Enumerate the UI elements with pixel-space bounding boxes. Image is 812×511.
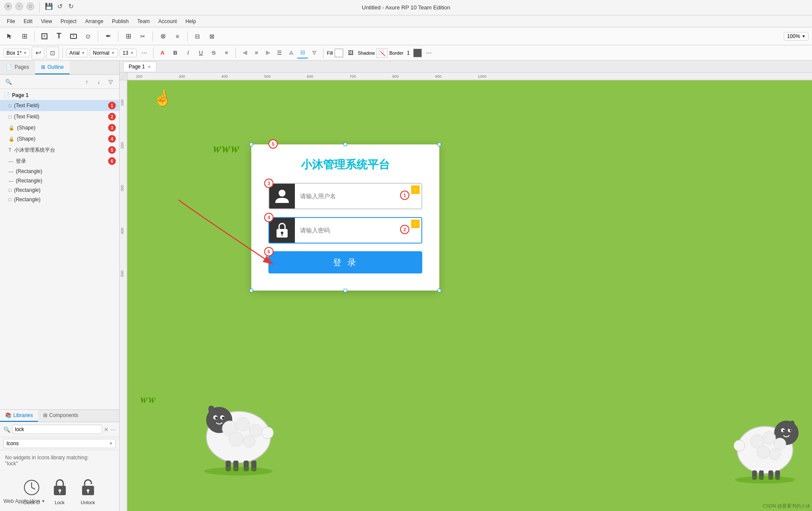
minimize-btn[interactable]: − (15, 3, 23, 10)
login-title: 小沐管理系统平台 (268, 157, 422, 172)
lib-more-btn[interactable]: ⋯ (110, 426, 116, 433)
bold-btn[interactable]: B (170, 47, 181, 59)
border-color-swatch[interactable] (413, 49, 422, 57)
web-app-label[interactable]: Web Application ▼ (3, 498, 45, 504)
menu-arrange[interactable]: Arrange (82, 17, 107, 26)
align-group: ⫷ ≡ ⫸ ☰ ⩓ ⊟ ⩔ (239, 47, 320, 59)
lib-search-input[interactable]: lock (12, 425, 102, 434)
align-middle-btn[interactable]: ⊟ (297, 47, 308, 59)
sort-down-btn[interactable]: ↓ (94, 76, 104, 87)
save-icon[interactable]: 💾 (45, 3, 53, 10)
menu-edit[interactable]: Edit (20, 17, 36, 26)
pen-tool[interactable]: ✒ (102, 30, 115, 43)
lib-widget-lock[interactable]: Lock (47, 475, 72, 507)
tree-item-5[interactable]: T 小沐管理系统平台 5 (0, 144, 119, 156)
tree-item-1[interactable]: □ (Text Field) 1 (0, 100, 119, 111)
border-more-btn[interactable]: ⋯ (424, 47, 435, 59)
app-title: Untitled - Axure RP 10 Team Edition (362, 4, 450, 11)
close-btn[interactable]: ✕ (4, 3, 12, 10)
align-right-btn[interactable]: ⫸ (262, 47, 274, 59)
distribute-tool[interactable]: ⊠ (206, 30, 218, 43)
lib-search-clear-btn[interactable]: ✕ (104, 426, 109, 433)
history-back-btn[interactable]: ↩ (32, 47, 44, 59)
sort-up-btn[interactable]: ↑ (82, 76, 92, 87)
align-center-btn[interactable]: ≡ (251, 47, 262, 59)
panel-toolbar: 🔍 ↑ ↓ ▽ (0, 75, 119, 89)
connect-tool[interactable]: ⊗ (156, 30, 169, 43)
svg-point-56 (734, 440, 745, 451)
canvas-tab-page1[interactable]: Page 1 ✕ (123, 62, 156, 71)
underline-btn[interactable]: U (195, 47, 206, 59)
unlock-label: Unlock (81, 500, 95, 505)
text-tool[interactable]: T (53, 30, 65, 43)
layer-tool[interactable]: ⊙ (82, 30, 94, 43)
sep4 (153, 31, 153, 41)
category-dropdown[interactable]: Icons ▼ (3, 439, 116, 448)
menu-file[interactable]: File (3, 17, 18, 26)
form-tool[interactable]: ▼ (67, 30, 80, 43)
move-tool[interactable]: ⊞ (18, 30, 31, 43)
list-btn[interactable]: ≡ (221, 47, 232, 59)
item-badge-4: 4 (108, 135, 116, 143)
font-select[interactable]: Arial ▼ (66, 49, 88, 57)
more-options-btn[interactable]: ⋯ (138, 47, 150, 59)
tree-item-10[interactable]: □ (Rectangle) (0, 195, 119, 204)
crop-tool[interactable]: ⊞ (122, 30, 135, 43)
tree-item-2[interactable]: □ (Text Field) 2 (0, 111, 119, 122)
fill-color-swatch[interactable] (335, 49, 343, 57)
menu-team[interactable]: Team (134, 17, 153, 26)
align-tool[interactable]: ⊟ (191, 30, 204, 43)
filter-btn[interactable]: ▽ (106, 76, 116, 87)
tab-pages[interactable]: 📄 Pages (0, 61, 35, 74)
menu-publish[interactable]: Publish (109, 17, 132, 26)
interaction-btn[interactable]: ⊡ (46, 47, 59, 59)
shadow-btn[interactable] (377, 48, 388, 58)
italic-btn[interactable]: I (182, 47, 194, 59)
redo-icon[interactable]: ↻ (67, 3, 75, 10)
align-left-btn[interactable]: ⫷ (239, 47, 250, 59)
align-justify-btn[interactable]: ☰ (274, 47, 285, 59)
menu-help[interactable]: Help (182, 17, 200, 26)
tree-item-7[interactable]: — (Rectangle) (0, 167, 119, 176)
lib-tab-libraries[interactable]: 📚 Libraries (0, 410, 38, 422)
login-button[interactable]: 登 录 (268, 251, 422, 273)
select-tool[interactable] (3, 30, 16, 43)
size-select[interactable]: 13 ▼ (120, 49, 137, 57)
zoom-control[interactable]: 100% ▼ (784, 32, 809, 41)
tab-outline[interactable]: ⊞ Outline (35, 61, 70, 74)
search-btn[interactable]: 🔍 (3, 76, 14, 87)
tree-item-3[interactable]: 🔒 (Shape) 3 (0, 122, 119, 133)
menu-project[interactable]: Project (57, 17, 80, 26)
style-select[interactable]: Normal ▼ (90, 49, 118, 57)
sep (39, 3, 40, 13)
badge-2-circle: 2 (400, 225, 409, 234)
align-bottom-btn[interactable]: ⩔ (309, 47, 320, 59)
canvas[interactable]: ☝ 𝒘𝒘𝒘 𝒘𝒘 (127, 80, 812, 511)
lib-widget-unlock[interactable]: Unlock (76, 475, 100, 507)
outline-tree: 📄 Page 1 □ (Text Field) 1 □ (Text Field)… (0, 89, 119, 409)
menu-account[interactable]: Account (155, 17, 180, 26)
tree-item-4[interactable]: 🔒 (Shape) 4 (0, 133, 119, 144)
tree-item-6[interactable]: — 登录 6 (0, 156, 119, 167)
item-minus-icon: — (9, 159, 13, 164)
flow-tool[interactable]: ≡ (171, 30, 184, 43)
item-badge-1: 1 (108, 102, 116, 109)
align-top-btn[interactable]: ⩓ (285, 47, 297, 59)
item-label-5: 小沐管理系统平台 (14, 147, 55, 154)
fill-label: Fill (327, 50, 333, 56)
tree-item-9[interactable]: □ (Rectangle) (0, 185, 119, 195)
component-selector[interactable]: Box 1* ▼ (3, 49, 30, 57)
fill-image-btn[interactable]: 🖼 (345, 47, 356, 59)
font-color-btn[interactable]: A (157, 47, 168, 59)
tree-item-8[interactable]: — (Rectangle) (0, 176, 119, 185)
maximize-btn[interactable]: □ (26, 3, 34, 10)
slice-tool[interactable]: ✂ (136, 30, 149, 43)
lib-tab-components[interactable]: ⊞ Components (38, 410, 83, 422)
strikethrough-btn[interactable]: S (208, 47, 219, 59)
tab-close-btn[interactable]: ✕ (147, 65, 151, 69)
svg-point-66 (281, 232, 283, 234)
shape-tool[interactable]: ▼ (38, 30, 51, 43)
menu-view[interactable]: View (38, 17, 56, 26)
undo-icon[interactable]: ↺ (56, 3, 64, 10)
canvas-area: Page 1 ✕ 200 300 400 500 600 700 800 900… (120, 61, 812, 511)
